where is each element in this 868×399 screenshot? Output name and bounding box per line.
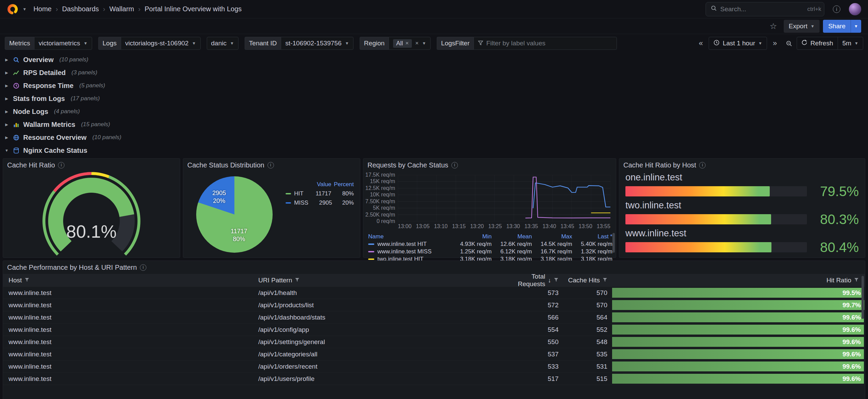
time-range-picker[interactable]: Last 1 hour ▼ — [709, 37, 767, 50]
time-shift-back-button[interactable]: « — [695, 37, 707, 50]
column-header-uri-pattern[interactable]: URI Pattern — [256, 277, 504, 284]
panel-header[interactable]: Cache Hit Ratio i — [3, 159, 180, 172]
chevron-right-icon: ▶ — [4, 122, 9, 127]
hit-ratio-bar — [612, 325, 864, 335]
gauge-chart: 80.1% — [3, 172, 180, 257]
info-icon[interactable]: i — [140, 264, 146, 271]
region-select[interactable]: All × × ▼ — [389, 37, 431, 50]
row-overview[interactable]: ▶ Overview (10 panels) — [0, 53, 868, 66]
info-icon[interactable]: i — [451, 162, 458, 168]
pie-label-hit: 11717 80% — [231, 227, 247, 243]
refresh-button[interactable]: Refresh — [797, 37, 838, 50]
legend-header-max[interactable]: Max — [532, 233, 572, 240]
column-header-hit-ratio[interactable]: Hit Ratio — [612, 277, 865, 284]
total-requests-cell: 533 — [504, 363, 563, 370]
share-label: Share — [828, 23, 845, 30]
row-response-time[interactable]: ▶ Response Time (5 panels) — [0, 79, 868, 92]
legend-item-miss[interactable]: MISS 2905 20% — [286, 198, 354, 207]
share-menu-button[interactable]: ▼ — [851, 20, 861, 33]
region-chip[interactable]: All × — [393, 39, 412, 48]
search-input[interactable] — [720, 5, 804, 13]
search-box[interactable]: ctrl+k — [706, 2, 824, 16]
export-label: Export — [789, 23, 808, 30]
tenant-select[interactable]: st-106902-1539756 ▼ — [281, 37, 353, 50]
refresh-interval-select[interactable]: 5m ▼ — [838, 37, 863, 50]
legend-header-name[interactable]: Name — [368, 233, 451, 240]
hit-ratio-bar — [612, 349, 864, 359]
chevron-right-icon: ▶ — [4, 97, 9, 101]
host-cell: www.inline.test — [3, 289, 256, 297]
scrollbar[interactable] — [612, 233, 615, 253]
filter-icon[interactable] — [603, 277, 607, 284]
filter-icon[interactable] — [554, 277, 559, 284]
database-icon — [13, 147, 19, 154]
cache-hits-cell: 552 — [563, 326, 612, 334]
column-header-total-requests[interactable]: Total Requests ↓ — [504, 273, 563, 288]
pie-legend: Value Percent HIT 11717 80% MISS 2905 20… — [286, 180, 360, 207]
row-nginx-cache-status[interactable]: ▼ Nginx Cache Status — [0, 144, 868, 157]
row-title: Overview — [23, 56, 54, 64]
info-icon[interactable]: i — [267, 162, 274, 168]
hit-ratio-bar — [612, 288, 864, 298]
panel-header[interactable]: Cache Status Distribution i — [183, 159, 360, 172]
panel-cache-hit-ratio-by-host: Cache Hit Ratio by Host i one.inline.tes… — [619, 158, 865, 258]
breadcrumb-dashboards[interactable]: Dashboards — [62, 5, 99, 13]
avatar[interactable] — [849, 3, 861, 15]
row-stats-from-logs[interactable]: ▶ Stats from Logs (17 panels) — [0, 92, 868, 105]
bar-gauge-item: two.inline.test 80.3% — [625, 200, 859, 226]
panel-header[interactable]: Cache Performance by Host & URI Pattern … — [3, 261, 865, 274]
help-icon[interactable]: i — [830, 2, 843, 16]
hit-ratio-cell: 99.6% — [612, 324, 865, 336]
panel-header[interactable]: Requests by Cache Status i — [363, 159, 616, 172]
info-icon[interactable]: i — [58, 162, 64, 168]
sort-desc-icon[interactable]: ↓ — [548, 277, 551, 284]
megamenu-caret-icon[interactable]: ▼ — [23, 7, 27, 12]
breadcrumb-home[interactable]: Home — [33, 5, 52, 13]
panel-header[interactable]: Cache Hit Ratio by Host i — [619, 159, 865, 172]
danic-select[interactable]: danic ▼ — [207, 37, 238, 50]
time-shift-forward-button[interactable]: » — [769, 37, 781, 50]
column-header-cache-hits[interactable]: Cache Hits — [563, 277, 612, 284]
plot-area[interactable] — [398, 175, 610, 221]
export-button[interactable]: Export ▼ — [784, 20, 820, 33]
star-button[interactable]: ☆ — [767, 19, 780, 33]
remove-chip-icon[interactable]: × — [405, 40, 409, 47]
row-rps-detailed[interactable]: ▶ RPS Detailed (3 panels) — [0, 66, 868, 79]
legend-header-min[interactable]: Min — [451, 233, 492, 240]
logsfilter-input[interactable] — [486, 40, 612, 47]
zoom-out-icon[interactable] — [783, 37, 795, 50]
dashboard-toolbar: ☆ Export ▼ Share ▼ — [0, 18, 868, 34]
info-icon[interactable]: i — [699, 162, 706, 168]
clear-icon[interactable]: × — [415, 40, 419, 47]
scrollbar[interactable] — [862, 276, 864, 319]
row-panel-count: (5 panels) — [79, 82, 105, 89]
filter-icon[interactable] — [295, 277, 300, 284]
grafana-logo[interactable] — [7, 3, 18, 15]
filter-icon[interactable] — [25, 277, 29, 284]
grafana-dashboard: ▼ Home › Dashboards › Wallarm › Portal I… — [0, 0, 868, 399]
legend-item-hit[interactable]: HIT 11717 80% — [286, 189, 354, 198]
row-node-logs[interactable]: ▶ Node Logs (4 panels) — [0, 105, 868, 118]
metrics-select[interactable]: victoriametrics ▼ — [34, 37, 92, 50]
row-resource-overview[interactable]: ▶ Resource Overview (10 panels) — [0, 131, 868, 144]
legend-header-last[interactable]: Last * — [572, 233, 612, 240]
total-requests-cell: 566 — [504, 314, 563, 321]
refresh-icon — [801, 40, 807, 47]
filter-icon[interactable] — [854, 277, 859, 284]
row-wallarm-metrics[interactable]: ▶ Wallarm Metrics (15 panels) — [0, 118, 868, 131]
legend-header-value[interactable]: Value — [307, 181, 331, 188]
column-header-host[interactable]: Host — [3, 277, 256, 284]
hit-ratio-cell: 99.7% — [612, 299, 865, 311]
legend-item[interactable]: www.inline.test MISS 1.25K req/m 6.12K r… — [368, 248, 612, 255]
bar-gauge-chart: one.inline.test 79.5% two.inline.test 80… — [619, 172, 865, 257]
logs-select[interactable]: victorialogs-st-106902 ▼ — [121, 37, 201, 50]
breadcrumb-wallarm[interactable]: Wallarm — [109, 5, 134, 13]
gauge-value: 80.1% — [3, 221, 180, 242]
table-row: www.inline.test /api/v1/dashboard/stats … — [3, 311, 865, 324]
total-requests-cell: 517 — [504, 375, 563, 383]
total-requests-cell: 554 — [504, 326, 563, 334]
legend-header-mean[interactable]: Mean — [492, 233, 532, 240]
legend-header-percent[interactable]: Percent — [331, 181, 354, 188]
legend-item[interactable]: www.inline.test HIT 4.93K req/m 12.6K re… — [368, 240, 612, 248]
share-button[interactable]: Share — [823, 20, 851, 33]
